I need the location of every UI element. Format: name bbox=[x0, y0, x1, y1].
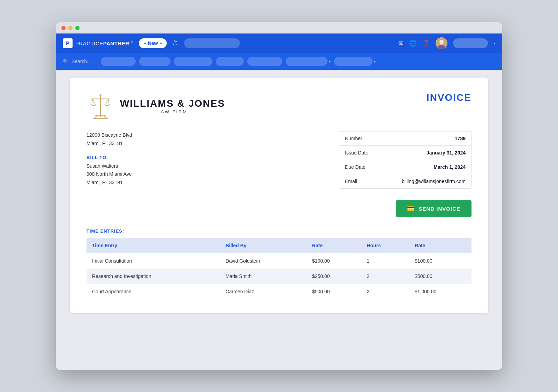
email-icon[interactable]: ✉ bbox=[398, 39, 404, 47]
cell-total: $500.00 bbox=[409, 269, 472, 284]
invoice-details-table: Number 1789 Issue Date January 31, 2024 … bbox=[339, 131, 472, 189]
scales-icon bbox=[86, 92, 114, 120]
col-header-total: Rate bbox=[409, 238, 472, 253]
table-row: Court Appearance Carmen Diaz $500.00 2 $… bbox=[86, 284, 472, 299]
invoice-card: WILLIAMS & JONES LAW FIRM INVOICE 12000 … bbox=[70, 78, 488, 313]
send-invoice-button[interactable]: 💳 SEND INVOICE bbox=[396, 200, 472, 217]
nav-search-placeholder bbox=[184, 38, 240, 48]
search-placeholder-text: Search... bbox=[71, 59, 91, 64]
cell-rate: $250.00 bbox=[307, 269, 361, 284]
table-header: Time Entry Billed By Rate Hours Rate bbox=[86, 238, 472, 253]
app-window: P PRACTICEPANTHER ® + New ▾ ⏱ ✉ 🌐 ❓ bbox=[56, 22, 502, 370]
detail-row-due-date: Due Date March 1, 2024 bbox=[339, 160, 471, 174]
firm-address: 12000 Biscayne Blvd Miami, FL 33181 bbox=[86, 131, 339, 148]
cell-billed-by: David Goldstein bbox=[220, 253, 307, 269]
nav-pill-4[interactable] bbox=[216, 57, 244, 66]
time-entries-label: TIME ENTRIES: bbox=[86, 228, 472, 234]
second-nav: 🔍 Search... ▾ ▾ bbox=[56, 53, 502, 70]
top-nav: P PRACTICEPANTHER ® + New ▾ ⏱ ✉ 🌐 ❓ bbox=[56, 33, 502, 53]
user-name-placeholder bbox=[453, 38, 488, 48]
close-button[interactable] bbox=[61, 26, 66, 30]
cell-hours: 2 bbox=[361, 284, 409, 299]
cell-total: $1,000.00 bbox=[409, 284, 472, 299]
maximize-button[interactable] bbox=[75, 26, 80, 30]
new-button[interactable]: + New ▾ bbox=[139, 38, 167, 48]
nav-pill-3[interactable] bbox=[174, 57, 212, 66]
col-header-hours: Hours bbox=[361, 238, 409, 253]
main-content: WILLIAMS & JONES LAW FIRM INVOICE 12000 … bbox=[56, 70, 502, 370]
nav-pill-1[interactable] bbox=[101, 57, 136, 66]
nav-dropdown-chevron-1[interactable]: ▾ bbox=[329, 60, 331, 63]
logo-area: P PRACTICEPANTHER ® bbox=[63, 38, 133, 48]
send-icon: 💳 bbox=[407, 205, 415, 212]
svg-line-13 bbox=[108, 99, 109, 105]
invoice-details-area: Number 1789 Issue Date January 31, 2024 … bbox=[339, 131, 472, 189]
clock-icon[interactable]: ⏱ bbox=[172, 40, 179, 47]
cell-hours: 2 bbox=[361, 269, 409, 284]
svg-line-12 bbox=[105, 99, 108, 105]
table-row: Initial Consultation David Goldstein $10… bbox=[86, 253, 472, 269]
svg-line-5 bbox=[94, 116, 97, 118]
cell-billed-by: Maria Smith bbox=[220, 269, 307, 284]
detail-row-issue-date: Issue Date January 31, 2024 bbox=[339, 146, 471, 160]
logo-icon: P bbox=[63, 38, 73, 48]
cell-billed-by: Carmen Diaz bbox=[220, 284, 307, 299]
globe-icon[interactable]: 🌐 bbox=[409, 39, 417, 47]
firm-name: WILLIAMS & JONES LAW FIRM bbox=[120, 98, 225, 114]
search-icon: 🔍 bbox=[63, 59, 69, 64]
svg-line-10 bbox=[92, 99, 93, 105]
cell-time-entry: Research and Investigation bbox=[86, 269, 220, 284]
bill-to-label: BILL TO: bbox=[86, 155, 339, 160]
detail-row-number: Number 1789 bbox=[339, 131, 471, 146]
nav-pill-2[interactable] bbox=[139, 57, 171, 66]
bill-to-address: Susan Walters 900 North Miami Ave Miami,… bbox=[86, 162, 339, 187]
user-menu-chevron[interactable]: ▾ bbox=[493, 42, 495, 45]
table-row: Research and Investigation Maria Smith $… bbox=[86, 269, 472, 284]
firm-logo-area: WILLIAMS & JONES LAW FIRM bbox=[86, 92, 225, 120]
address-left: 12000 Biscayne Blvd Miami, FL 33181 BILL… bbox=[86, 131, 339, 187]
cell-time-entry: Initial Consultation bbox=[86, 253, 220, 269]
title-bar bbox=[56, 22, 502, 33]
svg-point-1 bbox=[439, 40, 444, 44]
col-header-billed-by: Billed By bbox=[220, 238, 307, 253]
time-entries-table: Time Entry Billed By Rate Hours Rate Ini… bbox=[86, 238, 472, 299]
nav-dropdown-chevron-2[interactable]: ▾ bbox=[374, 60, 376, 63]
address-section: 12000 Biscayne Blvd Miami, FL 33181 BILL… bbox=[86, 131, 472, 189]
col-header-rate: Rate bbox=[307, 238, 361, 253]
svg-point-9 bbox=[99, 94, 101, 96]
search-area[interactable]: 🔍 Search... bbox=[63, 59, 91, 64]
nav-pill-5[interactable] bbox=[247, 57, 282, 66]
logo-text: PRACTICEPANTHER ® bbox=[75, 40, 133, 46]
send-invoice-area: 💳 SEND INVOICE bbox=[86, 200, 472, 217]
nav-right: ✉ 🌐 ❓ ▾ bbox=[398, 37, 495, 49]
invoice-header: WILLIAMS & JONES LAW FIRM INVOICE bbox=[86, 92, 472, 120]
invoice-title: INVOICE bbox=[427, 92, 472, 103]
col-header-time-entry: Time Entry bbox=[86, 238, 220, 253]
minimize-button[interactable] bbox=[68, 26, 73, 30]
cell-rate: $100.00 bbox=[307, 253, 361, 269]
cell-total: $100.00 bbox=[409, 253, 472, 269]
help-icon[interactable]: ❓ bbox=[422, 39, 430, 47]
nav-pill-6[interactable] bbox=[286, 57, 327, 66]
avatar[interactable] bbox=[436, 37, 447, 49]
svg-line-6 bbox=[104, 116, 107, 118]
cell-rate: $500.00 bbox=[307, 284, 361, 299]
svg-line-11 bbox=[93, 99, 96, 105]
cell-hours: 1 bbox=[361, 253, 409, 269]
detail-row-email: Email billing@willamsjonesfirm.com bbox=[339, 174, 471, 188]
nav-pill-7[interactable] bbox=[334, 57, 372, 66]
table-body: Initial Consultation David Goldstein $10… bbox=[86, 253, 472, 299]
cell-time-entry: Court Appearance bbox=[86, 284, 220, 299]
